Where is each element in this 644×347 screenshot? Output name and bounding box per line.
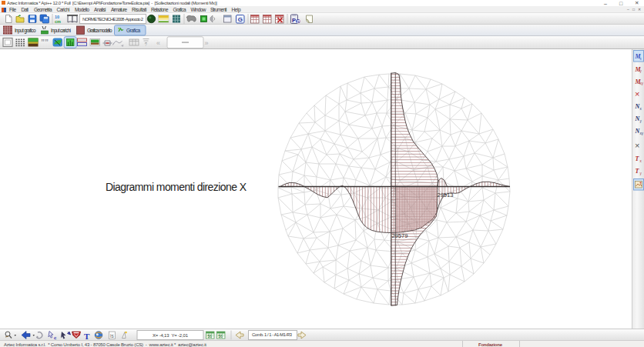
- svg-text:y: y: [640, 69, 642, 73]
- svg-text:«: «: [156, 39, 160, 47]
- svg-text:Fondazione: Fondazione: [478, 342, 503, 347]
- svg-text:Input carichi: Input carichi: [51, 28, 71, 34]
- svg-text:Dati: Dati: [22, 7, 29, 12]
- svg-text:Grafica: Grafica: [173, 7, 186, 12]
- svg-text:Modello: Modello: [75, 7, 89, 12]
- svg-text:56: 56: [219, 335, 223, 339]
- svg-text:Help: Help: [232, 7, 241, 13]
- svg-text:Grafica: Grafica: [126, 28, 140, 33]
- svg-text:Carichi: Carichi: [57, 7, 70, 12]
- svg-text:G: G: [238, 16, 243, 23]
- svg-text:y: y: [640, 119, 642, 123]
- svg-text:Geometria: Geometria: [34, 7, 52, 12]
- svg-text:Window: Window: [191, 7, 206, 12]
- svg-text:Comb. 1 / 1 - A1-M1-R3: Comb. 1 / 1 - A1-M1-R3: [252, 332, 292, 337]
- svg-text:Aztec Informatica * Api++ 12.0: Aztec Informatica * Api++ 12.0 * Full [C…: [7, 1, 217, 5]
- svg-text:””: ””: [41, 38, 49, 47]
- svg-text:Strumenti: Strumenti: [210, 7, 227, 12]
- svg-text:56: 56: [208, 335, 213, 339]
- svg-text:cm: cm: [55, 19, 61, 24]
- svg-text:xy: xy: [640, 82, 644, 85]
- svg-text:Risultati: Risultati: [132, 7, 147, 12]
- svg-text:xy: xy: [640, 132, 644, 135]
- svg-text:File: File: [9, 7, 16, 12]
- svg-text:x: x: [640, 159, 642, 163]
- svg-text:x: x: [640, 107, 642, 111]
- svg-text:NORME TECNICHE 2008 - Approcci: NORME TECNICHE 2008 - Approccio 2: [82, 17, 144, 22]
- svg-text:Diagrammi momenti direzione X: Diagrammi momenti direzione X: [106, 181, 247, 193]
- svg-text:29579: 29579: [392, 232, 408, 239]
- svg-text:Relazione: Relazione: [151, 7, 169, 12]
- svg-text:29513: 29513: [438, 192, 454, 199]
- svg-text:Armature: Armature: [111, 7, 127, 12]
- svg-text:y: y: [640, 172, 642, 175]
- svg-text:Aztec Informatica s.r.l. * Co: Aztec Informatica s.r.l. * Corso Umberto…: [4, 342, 206, 347]
- svg-text:P: P: [292, 17, 296, 24]
- svg-text:×: ×: [635, 141, 639, 150]
- svg-text:X= -4,13 Y= -2,01: X= -4,13 Y= -2,01: [153, 333, 189, 338]
- svg-text:c: c: [54, 335, 57, 340]
- svg-text:»: »: [205, 39, 209, 47]
- svg-text:is: is: [110, 333, 114, 339]
- svg-text:Grafica modello: Grafica modello: [87, 28, 112, 33]
- svg-text:Input grafico: Input grafico: [15, 28, 36, 34]
- svg-text:T: T: [84, 332, 90, 341]
- svg-text:Analisi: Analisi: [94, 7, 106, 12]
- svg-text:P: P: [297, 19, 300, 24]
- svg-text:×: ×: [635, 89, 639, 98]
